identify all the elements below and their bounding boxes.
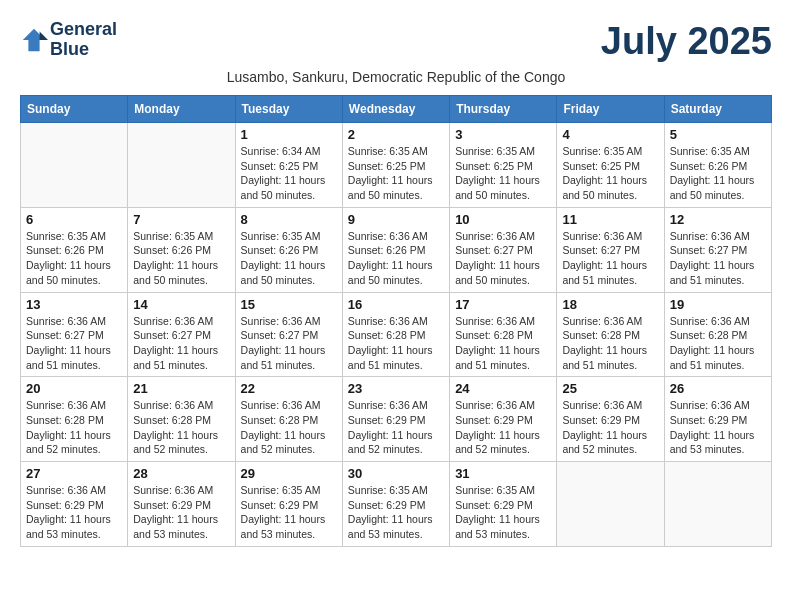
day-info: Sunrise: 6:36 AM Sunset: 6:28 PM Dayligh… xyxy=(241,398,337,457)
day-info: Sunrise: 6:35 AM Sunset: 6:26 PM Dayligh… xyxy=(241,229,337,288)
calendar-week-row: 6Sunrise: 6:35 AM Sunset: 6:26 PM Daylig… xyxy=(21,207,772,292)
calendar-header-row: SundayMondayTuesdayWednesdayThursdayFrid… xyxy=(21,96,772,123)
svg-marker-1 xyxy=(40,31,48,39)
day-info: Sunrise: 6:35 AM Sunset: 6:29 PM Dayligh… xyxy=(241,483,337,542)
day-number: 24 xyxy=(455,381,551,396)
calendar-cell: 7Sunrise: 6:35 AM Sunset: 6:26 PM Daylig… xyxy=(128,207,235,292)
day-number: 17 xyxy=(455,297,551,312)
day-number: 20 xyxy=(26,381,122,396)
day-info: Sunrise: 6:36 AM Sunset: 6:27 PM Dayligh… xyxy=(562,229,658,288)
weekday-header-tuesday: Tuesday xyxy=(235,96,342,123)
calendar-cell: 22Sunrise: 6:36 AM Sunset: 6:28 PM Dayli… xyxy=(235,377,342,462)
calendar-cell: 4Sunrise: 6:35 AM Sunset: 6:25 PM Daylig… xyxy=(557,123,664,208)
calendar-cell: 27Sunrise: 6:36 AM Sunset: 6:29 PM Dayli… xyxy=(21,462,128,547)
weekday-header-thursday: Thursday xyxy=(450,96,557,123)
day-info: Sunrise: 6:35 AM Sunset: 6:26 PM Dayligh… xyxy=(26,229,122,288)
day-number: 26 xyxy=(670,381,766,396)
day-number: 15 xyxy=(241,297,337,312)
day-info: Sunrise: 6:35 AM Sunset: 6:29 PM Dayligh… xyxy=(455,483,551,542)
day-number: 16 xyxy=(348,297,444,312)
calendar-cell: 25Sunrise: 6:36 AM Sunset: 6:29 PM Dayli… xyxy=(557,377,664,462)
day-number: 25 xyxy=(562,381,658,396)
day-number: 3 xyxy=(455,127,551,142)
day-info: Sunrise: 6:36 AM Sunset: 6:28 PM Dayligh… xyxy=(562,314,658,373)
day-info: Sunrise: 6:35 AM Sunset: 6:25 PM Dayligh… xyxy=(562,144,658,203)
calendar-cell: 11Sunrise: 6:36 AM Sunset: 6:27 PM Dayli… xyxy=(557,207,664,292)
day-info: Sunrise: 6:36 AM Sunset: 6:29 PM Dayligh… xyxy=(133,483,229,542)
day-info: Sunrise: 6:36 AM Sunset: 6:28 PM Dayligh… xyxy=(455,314,551,373)
day-number: 5 xyxy=(670,127,766,142)
day-number: 31 xyxy=(455,466,551,481)
day-info: Sunrise: 6:36 AM Sunset: 6:29 PM Dayligh… xyxy=(670,398,766,457)
month-title: July 2025 xyxy=(601,20,772,63)
calendar-cell: 29Sunrise: 6:35 AM Sunset: 6:29 PM Dayli… xyxy=(235,462,342,547)
calendar-cell: 3Sunrise: 6:35 AM Sunset: 6:25 PM Daylig… xyxy=(450,123,557,208)
day-number: 21 xyxy=(133,381,229,396)
day-number: 9 xyxy=(348,212,444,227)
day-number: 14 xyxy=(133,297,229,312)
day-info: Sunrise: 6:35 AM Sunset: 6:25 PM Dayligh… xyxy=(348,144,444,203)
day-number: 22 xyxy=(241,381,337,396)
day-number: 11 xyxy=(562,212,658,227)
day-number: 10 xyxy=(455,212,551,227)
calendar-cell: 9Sunrise: 6:36 AM Sunset: 6:26 PM Daylig… xyxy=(342,207,449,292)
calendar-cell xyxy=(664,462,771,547)
calendar-week-row: 27Sunrise: 6:36 AM Sunset: 6:29 PM Dayli… xyxy=(21,462,772,547)
calendar-cell: 26Sunrise: 6:36 AM Sunset: 6:29 PM Dayli… xyxy=(664,377,771,462)
day-number: 29 xyxy=(241,466,337,481)
day-info: Sunrise: 6:36 AM Sunset: 6:27 PM Dayligh… xyxy=(670,229,766,288)
day-number: 13 xyxy=(26,297,122,312)
calendar-cell: 24Sunrise: 6:36 AM Sunset: 6:29 PM Dayli… xyxy=(450,377,557,462)
calendar-table: SundayMondayTuesdayWednesdayThursdayFrid… xyxy=(20,95,772,547)
day-info: Sunrise: 6:36 AM Sunset: 6:27 PM Dayligh… xyxy=(241,314,337,373)
calendar-cell: 6Sunrise: 6:35 AM Sunset: 6:26 PM Daylig… xyxy=(21,207,128,292)
day-number: 12 xyxy=(670,212,766,227)
day-info: Sunrise: 6:36 AM Sunset: 6:29 PM Dayligh… xyxy=(348,398,444,457)
calendar-week-row: 1Sunrise: 6:34 AM Sunset: 6:25 PM Daylig… xyxy=(21,123,772,208)
day-info: Sunrise: 6:35 AM Sunset: 6:25 PM Dayligh… xyxy=(455,144,551,203)
day-info: Sunrise: 6:35 AM Sunset: 6:26 PM Dayligh… xyxy=(670,144,766,203)
calendar-cell xyxy=(21,123,128,208)
day-info: Sunrise: 6:35 AM Sunset: 6:26 PM Dayligh… xyxy=(133,229,229,288)
weekday-header-saturday: Saturday xyxy=(664,96,771,123)
calendar-cell: 14Sunrise: 6:36 AM Sunset: 6:27 PM Dayli… xyxy=(128,292,235,377)
day-info: Sunrise: 6:36 AM Sunset: 6:29 PM Dayligh… xyxy=(26,483,122,542)
weekday-header-monday: Monday xyxy=(128,96,235,123)
weekday-header-sunday: Sunday xyxy=(21,96,128,123)
day-info: Sunrise: 6:36 AM Sunset: 6:27 PM Dayligh… xyxy=(455,229,551,288)
day-info: Sunrise: 6:36 AM Sunset: 6:26 PM Dayligh… xyxy=(348,229,444,288)
day-info: Sunrise: 6:36 AM Sunset: 6:28 PM Dayligh… xyxy=(133,398,229,457)
day-number: 8 xyxy=(241,212,337,227)
day-info: Sunrise: 6:36 AM Sunset: 6:27 PM Dayligh… xyxy=(26,314,122,373)
day-number: 30 xyxy=(348,466,444,481)
calendar-cell: 31Sunrise: 6:35 AM Sunset: 6:29 PM Dayli… xyxy=(450,462,557,547)
calendar-cell: 5Sunrise: 6:35 AM Sunset: 6:26 PM Daylig… xyxy=(664,123,771,208)
calendar-cell: 23Sunrise: 6:36 AM Sunset: 6:29 PM Dayli… xyxy=(342,377,449,462)
day-number: 28 xyxy=(133,466,229,481)
day-info: Sunrise: 6:36 AM Sunset: 6:28 PM Dayligh… xyxy=(348,314,444,373)
day-info: Sunrise: 6:36 AM Sunset: 6:27 PM Dayligh… xyxy=(133,314,229,373)
day-number: 27 xyxy=(26,466,122,481)
calendar-cell: 15Sunrise: 6:36 AM Sunset: 6:27 PM Dayli… xyxy=(235,292,342,377)
calendar-week-row: 20Sunrise: 6:36 AM Sunset: 6:28 PM Dayli… xyxy=(21,377,772,462)
calendar-week-row: 13Sunrise: 6:36 AM Sunset: 6:27 PM Dayli… xyxy=(21,292,772,377)
calendar-cell: 13Sunrise: 6:36 AM Sunset: 6:27 PM Dayli… xyxy=(21,292,128,377)
calendar-cell: 2Sunrise: 6:35 AM Sunset: 6:25 PM Daylig… xyxy=(342,123,449,208)
day-number: 7 xyxy=(133,212,229,227)
day-number: 6 xyxy=(26,212,122,227)
calendar-subtitle: Lusambo, Sankuru, Democratic Republic of… xyxy=(20,69,772,85)
day-info: Sunrise: 6:36 AM Sunset: 6:28 PM Dayligh… xyxy=(670,314,766,373)
calendar-cell: 30Sunrise: 6:35 AM Sunset: 6:29 PM Dayli… xyxy=(342,462,449,547)
weekday-header-friday: Friday xyxy=(557,96,664,123)
day-number: 1 xyxy=(241,127,337,142)
day-info: Sunrise: 6:36 AM Sunset: 6:28 PM Dayligh… xyxy=(26,398,122,457)
day-info: Sunrise: 6:34 AM Sunset: 6:25 PM Dayligh… xyxy=(241,144,337,203)
day-number: 4 xyxy=(562,127,658,142)
day-number: 2 xyxy=(348,127,444,142)
weekday-header-wednesday: Wednesday xyxy=(342,96,449,123)
calendar-cell: 10Sunrise: 6:36 AM Sunset: 6:27 PM Dayli… xyxy=(450,207,557,292)
day-number: 19 xyxy=(670,297,766,312)
day-info: Sunrise: 6:35 AM Sunset: 6:29 PM Dayligh… xyxy=(348,483,444,542)
calendar-cell: 28Sunrise: 6:36 AM Sunset: 6:29 PM Dayli… xyxy=(128,462,235,547)
day-number: 18 xyxy=(562,297,658,312)
